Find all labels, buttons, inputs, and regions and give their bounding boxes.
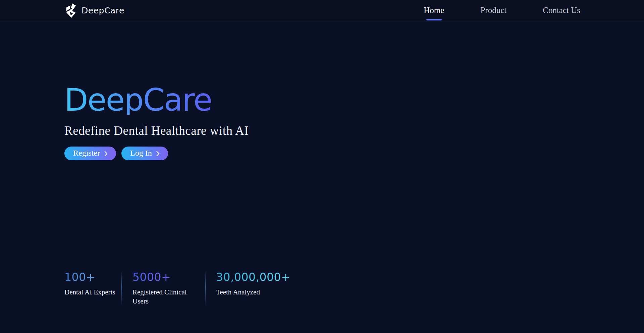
nav-item-contact-us[interactable]: Contact Us [542,4,581,17]
hero-subtitle: Redefine Dental Healthcare with AI [64,123,644,138]
stat-dental-ai-experts: 100+ Dental AI Experts [64,272,121,306]
stat-value: 100+ [64,272,96,283]
nav-item-home[interactable]: Home [423,4,445,17]
stats-divider [205,272,206,305]
stat-teeth-analyzed: 30,000,000+ Teeth Analyzed [206,272,293,306]
stats-divider [121,272,122,305]
chevron-right-icon [156,151,160,157]
brand-logo[interactable]: DeepCare [64,3,124,18]
deepcare-logo-icon [64,3,77,18]
stat-label: Dental AI Experts [64,288,121,297]
chevron-right-icon [104,151,108,157]
hero-title: DeepCare [64,86,212,115]
stat-label: Registered Clinical Users [132,288,190,306]
stats-section: 100+ Dental AI Experts 5000+ Registered … [64,272,293,306]
login-button[interactable]: Log In [121,147,168,160]
register-button-label: Register [73,149,100,158]
hero-actions: Register Log In [64,147,644,160]
stat-registered-clinical-users: 5000+ Registered Clinical Users [122,272,205,306]
hero-section: DeepCare Redefine Dental Healthcare with… [0,21,644,160]
stat-value: 5000+ [132,272,171,283]
stat-label: Teeth Analyzed [216,288,293,297]
navbar: DeepCare Home Product Contact Us [0,0,644,21]
nav-item-product[interactable]: Product [480,4,507,17]
brand-name: DeepCare [82,6,124,15]
register-button[interactable]: Register [64,147,116,160]
login-button-label: Log In [130,149,152,158]
main-nav: Home Product Contact Us [423,4,581,17]
stat-value: 30,000,000+ [216,272,290,283]
